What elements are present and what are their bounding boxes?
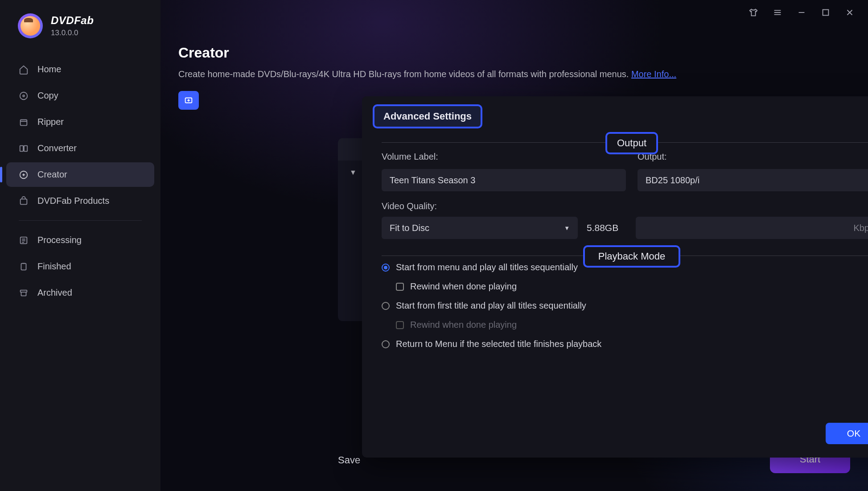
sidebar-item-processing[interactable]: Processing <box>6 228 154 252</box>
sidebar-item-home[interactable]: Home <box>6 57 154 82</box>
volume-label-caption: Volume Label: <box>382 152 626 162</box>
sidebar-item-finished[interactable]: Finished <box>6 254 154 279</box>
home-icon <box>19 65 29 74</box>
svg-rect-4 <box>24 145 27 151</box>
dialog-title: Advanced Settings <box>373 104 482 128</box>
svg-rect-8 <box>21 263 26 270</box>
sidebar-item-label: Processing <box>37 235 82 245</box>
radio-icon <box>382 264 390 272</box>
archive-icon <box>19 288 29 298</box>
radio-icon <box>382 302 390 310</box>
window-controls <box>748 0 868 25</box>
sidebar: DVDFab 13.0.0.0 Home Copy Ripper Convert… <box>0 0 160 491</box>
svg-rect-6 <box>21 199 27 204</box>
output-caption: Output: <box>638 152 868 162</box>
box-icon <box>19 117 29 127</box>
section-playback-divider: Playback Mode <box>382 255 868 256</box>
option-rewind-2: Rewind when done playing <box>396 320 868 330</box>
page-description: Create home-made DVDs/Blu-rays/4K Ultra … <box>178 69 850 79</box>
svg-rect-3 <box>20 145 23 151</box>
tshirt-icon[interactable] <box>748 7 759 18</box>
convert-icon <box>19 144 29 153</box>
page-title: Creator <box>178 45 850 61</box>
add-source-button[interactable] <box>178 91 199 110</box>
sidebar-item-ripper[interactable]: Ripper <box>6 110 154 134</box>
chevron-down-icon: ▼ <box>564 225 570 231</box>
tasks-icon <box>19 235 29 245</box>
close-icon[interactable] <box>844 7 856 18</box>
package-icon <box>19 196 29 206</box>
brand-version: 13.0.0.0 <box>51 29 94 37</box>
sidebar-item-label: Ripper <box>37 117 64 127</box>
sidebar-item-archived[interactable]: Archived <box>6 281 154 305</box>
main-area: Creator Create home-made DVDs/Blu-rays/4… <box>160 0 868 491</box>
sidebar-item-converter[interactable]: Converter <box>6 136 154 161</box>
svg-point-0 <box>20 92 28 99</box>
advanced-settings-dialog: Advanced Settings ✕ Output Volume Label:… <box>362 96 868 458</box>
maximize-icon[interactable] <box>820 7 831 18</box>
svg-rect-2 <box>21 120 27 125</box>
sidebar-item-label: Archived <box>37 288 72 298</box>
clipboard-icon <box>19 262 29 272</box>
section-output-divider: Output <box>382 142 868 143</box>
sidebar-item-label: Home <box>37 64 61 74</box>
sidebar-item-label: Converter <box>37 143 77 153</box>
section-playback-label: Playback Mode <box>583 245 680 268</box>
save-label: Save <box>338 454 360 466</box>
section-output-label: Output <box>605 132 658 154</box>
sidebar-item-label: Copy <box>37 91 58 101</box>
sidebar-item-copy[interactable]: Copy <box>6 83 154 108</box>
disc-icon <box>19 91 29 101</box>
sidebar-item-label: Creator <box>37 169 67 180</box>
output-select[interactable]: BD25 1080p/i ▼ <box>638 169 868 191</box>
creator-icon <box>19 170 29 180</box>
svg-rect-9 <box>21 290 27 292</box>
estimated-size: 5.88GB <box>587 223 627 233</box>
radio-icon <box>382 340 390 348</box>
video-quality-select[interactable]: Fit to Disc ▼ <box>382 217 578 239</box>
ok-button[interactable]: OK <box>826 423 868 444</box>
brand-name: DVDFab <box>51 14 94 27</box>
more-info-link[interactable]: More Info... <box>631 69 676 79</box>
sidebar-item-label: Finished <box>37 261 71 272</box>
option-rewind-1[interactable]: Rewind when done playing <box>396 281 868 292</box>
sidebar-separator <box>19 220 142 221</box>
import-icon <box>184 95 193 105</box>
sidebar-item-creator[interactable]: Creator <box>6 162 154 187</box>
checkbox-icon <box>396 321 404 329</box>
svg-point-1 <box>23 95 25 97</box>
sidebar-item-products[interactable]: DVDFab Products <box>6 189 154 213</box>
chevron-down-icon[interactable]: ▼ <box>350 169 357 177</box>
bitrate-input[interactable]: Kbps <box>636 217 868 239</box>
brand-logo-icon <box>18 13 43 38</box>
primary-nav: Home Copy Ripper Converter Creator DVDFa… <box>0 52 160 310</box>
option-start-from-first[interactable]: Start from first title and play all titl… <box>382 301 868 311</box>
checkbox-icon <box>396 283 404 291</box>
brand-block: DVDFab 13.0.0.0 <box>0 13 160 52</box>
video-quality-caption: Video Quality: <box>382 201 437 211</box>
menu-icon[interactable] <box>772 7 783 18</box>
sidebar-item-label: DVDFab Products <box>37 196 109 206</box>
playback-options: Start from menu and play all titles sequ… <box>382 262 868 349</box>
minimize-icon[interactable] <box>796 7 807 18</box>
svg-rect-10 <box>823 10 829 16</box>
option-return-to-menu[interactable]: Return to Menu if the selected title fin… <box>382 339 868 349</box>
volume-label-input[interactable]: Teen Titans Season 3 <box>382 169 626 191</box>
